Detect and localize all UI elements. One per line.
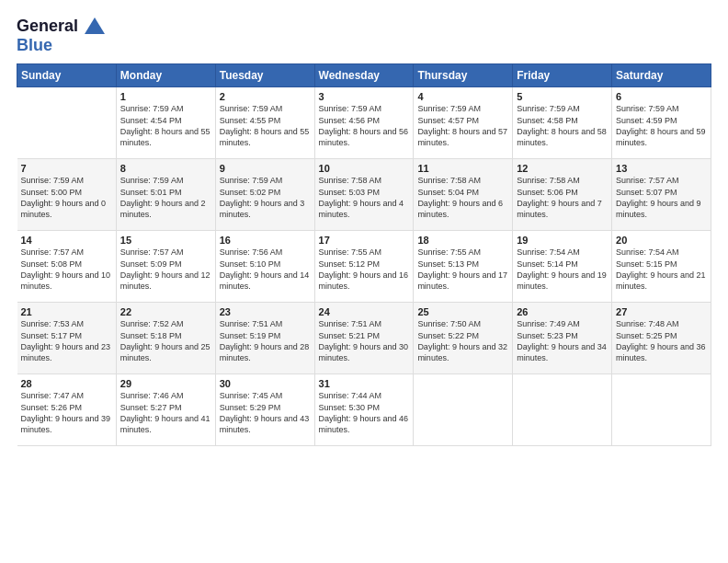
calendar-header-row: SundayMondayTuesdayWednesdayThursdayFrid… (17, 64, 711, 87)
day-info: Sunrise: 7:51 AMSunset: 5:19 PMDaylight:… (220, 318, 311, 363)
day-number: 29 (120, 378, 211, 389)
day-info: Sunrise: 7:59 AMSunset: 5:00 PMDaylight:… (21, 175, 112, 220)
day-number: 16 (220, 235, 311, 246)
col-header-wednesday: Wednesday (314, 64, 414, 87)
calendar-cell: 6Sunrise: 7:59 AMSunset: 4:59 PMDaylight… (612, 87, 711, 159)
calendar-row-1: 1Sunrise: 7:59 AMSunset: 4:54 PMDaylight… (17, 87, 711, 159)
logo-general: General (17, 17, 78, 35)
day-info: Sunrise: 7:54 AMSunset: 5:15 PMDaylight:… (616, 247, 707, 292)
day-number: 28 (21, 378, 112, 389)
calendar-cell: 16Sunrise: 7:56 AMSunset: 5:10 PMDayligh… (215, 231, 314, 303)
day-info: Sunrise: 7:59 AMSunset: 4:54 PMDaylight:… (120, 103, 211, 148)
day-number: 13 (616, 163, 707, 174)
calendar-cell: 22Sunrise: 7:52 AMSunset: 5:18 PMDayligh… (116, 303, 215, 374)
calendar-cell (17, 87, 117, 159)
day-number: 14 (21, 235, 112, 246)
calendar-row-2: 7Sunrise: 7:59 AMSunset: 5:00 PMDaylight… (17, 159, 711, 231)
calendar-cell: 4Sunrise: 7:59 AMSunset: 4:57 PMDaylight… (414, 87, 513, 159)
calendar-cell: 13Sunrise: 7:57 AMSunset: 5:07 PMDayligh… (612, 159, 711, 231)
col-header-thursday: Thursday (414, 64, 513, 87)
day-info: Sunrise: 7:44 AMSunset: 5:30 PMDaylight:… (319, 390, 410, 435)
day-number: 23 (220, 306, 311, 317)
page: General Blue SundayMondayTuesdayWednesda… (0, 0, 728, 563)
day-number: 15 (120, 235, 211, 246)
day-info: Sunrise: 7:59 AMSunset: 4:58 PMDaylight:… (517, 103, 608, 148)
calendar-cell: 31Sunrise: 7:44 AMSunset: 5:30 PMDayligh… (314, 374, 414, 446)
day-number: 25 (417, 306, 508, 317)
day-info: Sunrise: 7:55 AMSunset: 5:12 PMDaylight:… (319, 247, 410, 292)
calendar-cell: 26Sunrise: 7:49 AMSunset: 5:23 PMDayligh… (513, 303, 612, 374)
calendar-row-4: 21Sunrise: 7:53 AMSunset: 5:17 PMDayligh… (17, 303, 711, 374)
col-header-friday: Friday (513, 64, 612, 87)
day-info: Sunrise: 7:58 AMSunset: 5:06 PMDaylight:… (517, 175, 608, 220)
day-info: Sunrise: 7:59 AMSunset: 5:01 PMDaylight:… (120, 175, 211, 220)
day-number: 31 (319, 378, 410, 389)
calendar-cell: 9Sunrise: 7:59 AMSunset: 5:02 PMDaylight… (215, 159, 314, 231)
calendar-cell: 28Sunrise: 7:47 AMSunset: 5:26 PMDayligh… (17, 374, 117, 446)
calendar-cell (612, 374, 711, 446)
day-info: Sunrise: 7:56 AMSunset: 5:10 PMDaylight:… (220, 247, 311, 292)
col-header-sunday: Sunday (17, 64, 117, 87)
day-info: Sunrise: 7:48 AMSunset: 5:25 PMDaylight:… (616, 318, 707, 363)
calendar-cell: 30Sunrise: 7:45 AMSunset: 5:29 PMDayligh… (215, 374, 314, 446)
day-number: 9 (220, 163, 311, 174)
day-number: 20 (616, 235, 707, 246)
day-number: 4 (417, 91, 508, 102)
day-number: 21 (21, 306, 112, 317)
day-number: 27 (616, 306, 707, 317)
calendar-cell: 11Sunrise: 7:58 AMSunset: 5:04 PMDayligh… (414, 159, 513, 231)
calendar-cell: 27Sunrise: 7:48 AMSunset: 5:25 PMDayligh… (612, 303, 711, 374)
col-header-monday: Monday (116, 64, 215, 87)
day-number: 5 (517, 91, 608, 102)
day-info: Sunrise: 7:59 AMSunset: 4:56 PMDaylight:… (319, 103, 410, 148)
calendar-cell: 12Sunrise: 7:58 AMSunset: 5:06 PMDayligh… (513, 159, 612, 231)
day-info: Sunrise: 7:59 AMSunset: 4:55 PMDaylight:… (220, 103, 311, 148)
calendar-cell: 14Sunrise: 7:57 AMSunset: 5:08 PMDayligh… (17, 231, 117, 303)
day-info: Sunrise: 7:57 AMSunset: 5:09 PMDaylight:… (120, 247, 211, 292)
day-number: 1 (120, 91, 211, 102)
calendar-cell (513, 374, 612, 446)
calendar-cell: 15Sunrise: 7:57 AMSunset: 5:09 PMDayligh… (116, 231, 215, 303)
day-number: 12 (517, 163, 608, 174)
calendar-row-5: 28Sunrise: 7:47 AMSunset: 5:26 PMDayligh… (17, 374, 711, 446)
calendar-cell: 20Sunrise: 7:54 AMSunset: 5:15 PMDayligh… (612, 231, 711, 303)
day-info: Sunrise: 7:49 AMSunset: 5:23 PMDaylight:… (517, 318, 608, 363)
day-info: Sunrise: 7:57 AMSunset: 5:08 PMDaylight:… (21, 247, 112, 292)
col-header-saturday: Saturday (612, 64, 711, 87)
day-number: 24 (319, 306, 410, 317)
day-info: Sunrise: 7:51 AMSunset: 5:21 PMDaylight:… (319, 318, 410, 363)
calendar-table: SundayMondayTuesdayWednesdayThursdayFrid… (17, 63, 711, 446)
logo: General Blue (17, 17, 105, 54)
day-number: 17 (319, 235, 410, 246)
day-info: Sunrise: 7:45 AMSunset: 5:29 PMDaylight:… (220, 390, 311, 435)
header: General Blue (17, 17, 711, 54)
day-number: 6 (616, 91, 707, 102)
calendar-cell: 21Sunrise: 7:53 AMSunset: 5:17 PMDayligh… (17, 303, 117, 374)
day-info: Sunrise: 7:50 AMSunset: 5:22 PMDaylight:… (417, 318, 508, 363)
calendar-cell: 24Sunrise: 7:51 AMSunset: 5:21 PMDayligh… (314, 303, 414, 374)
calendar-cell: 10Sunrise: 7:58 AMSunset: 5:03 PMDayligh… (314, 159, 414, 231)
day-info: Sunrise: 7:53 AMSunset: 5:17 PMDaylight:… (21, 318, 112, 363)
calendar-cell: 1Sunrise: 7:59 AMSunset: 4:54 PMDaylight… (116, 87, 215, 159)
calendar-cell (414, 374, 513, 446)
day-info: Sunrise: 7:58 AMSunset: 5:03 PMDaylight:… (319, 175, 410, 220)
calendar-cell: 18Sunrise: 7:55 AMSunset: 5:13 PMDayligh… (414, 231, 513, 303)
day-info: Sunrise: 7:59 AMSunset: 5:02 PMDaylight:… (220, 175, 311, 220)
day-info: Sunrise: 7:58 AMSunset: 5:04 PMDaylight:… (417, 175, 508, 220)
logo-blue: Blue (17, 37, 105, 55)
day-info: Sunrise: 7:46 AMSunset: 5:27 PMDaylight:… (120, 390, 211, 435)
day-number: 7 (21, 163, 112, 174)
day-number: 2 (220, 91, 311, 102)
calendar-cell: 17Sunrise: 7:55 AMSunset: 5:12 PMDayligh… (314, 231, 414, 303)
calendar-cell: 23Sunrise: 7:51 AMSunset: 5:19 PMDayligh… (215, 303, 314, 374)
calendar-cell: 5Sunrise: 7:59 AMSunset: 4:58 PMDaylight… (513, 87, 612, 159)
calendar-cell: 7Sunrise: 7:59 AMSunset: 5:00 PMDaylight… (17, 159, 117, 231)
day-number: 22 (120, 306, 211, 317)
calendar-row-3: 14Sunrise: 7:57 AMSunset: 5:08 PMDayligh… (17, 231, 711, 303)
day-number: 30 (220, 378, 311, 389)
day-number: 8 (120, 163, 211, 174)
logo-icon (85, 17, 105, 34)
day-number: 18 (417, 235, 508, 246)
day-number: 11 (417, 163, 508, 174)
day-info: Sunrise: 7:55 AMSunset: 5:13 PMDaylight:… (417, 247, 508, 292)
